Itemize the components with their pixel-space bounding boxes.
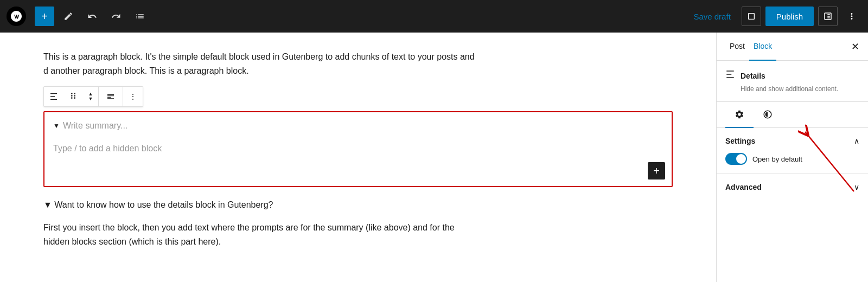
toolbar-move-icon[interactable]: ▲ ▼: [83, 87, 98, 106]
main-layout: This is a paragraph block. It's the simp…: [0, 33, 868, 282]
toolbar-drag-icon[interactable]: [63, 87, 83, 106]
toolbar-text-align-icon[interactable]: [99, 87, 123, 106]
sidebar-details-title: Details: [741, 72, 765, 80]
tab-post[interactable]: Post: [725, 33, 749, 61]
publish-button[interactable]: Publish: [765, 7, 814, 26]
settings-chevron-icon: ∧: [854, 137, 859, 145]
toolbar-group-align: ▲ ▼: [44, 87, 99, 106]
topbar: + Save draft Publish: [0, 0, 868, 33]
sidebar: Post Block ✕ Details Hide and show addit…: [716, 33, 868, 282]
wp-logo[interactable]: [7, 7, 26, 26]
sidebar-details-section: Details Hide and show additional content…: [717, 61, 868, 102]
advanced-header[interactable]: Advanced ∨: [725, 183, 859, 191]
open-by-default-toggle[interactable]: [725, 153, 747, 165]
list-view-button[interactable]: [130, 7, 150, 26]
sidebar-style-icon-tab[interactable]: [754, 102, 782, 128]
redo-button[interactable]: [106, 7, 126, 26]
details-collapsed-block: ▼ Want to know how to use the details bl…: [43, 200, 673, 210]
editor-area: This is a paragraph block. It's the simp…: [0, 33, 716, 282]
details-block[interactable]: ▼ Write summary... Type / to add a hidde…: [43, 111, 673, 187]
advanced-chevron-icon: ∨: [854, 183, 859, 191]
toolbar-align-icon[interactable]: [44, 87, 63, 106]
details-body-placeholder[interactable]: Type / to add a hidden block: [53, 144, 663, 153]
toolbar-group-text: [99, 87, 123, 106]
sidebar-details-desc: Hide and show additional content.: [741, 85, 859, 93]
sidebar-icons-row: [717, 102, 868, 128]
details-add-block-button[interactable]: +: [648, 162, 665, 180]
body-paragraph[interactable]: First you insert the block, then you add…: [43, 221, 673, 248]
open-by-default-label: Open by default: [752, 155, 802, 163]
undo-button[interactable]: [82, 7, 102, 26]
toolbar-group-more: ⋮: [123, 87, 143, 106]
settings-header[interactable]: Settings ∧: [725, 137, 859, 145]
details-collapsed-summary[interactable]: ▼ Want to know how to use the details bl…: [43, 200, 673, 210]
more-options-button[interactable]: [842, 7, 861, 26]
sidebar-tabs: Post Block ✕: [717, 33, 868, 61]
sidebar-settings-icon-tab[interactable]: [725, 102, 754, 128]
add-block-button[interactable]: +: [35, 7, 54, 26]
details-summary-placeholder: Write summary...: [63, 121, 127, 131]
block-toolbar: ▲ ▼ ⋮: [43, 86, 143, 107]
toolbar-more-icon[interactable]: ⋮: [123, 87, 143, 106]
paragraph-block-1[interactable]: This is a paragraph block. It's the simp…: [43, 50, 673, 78]
edit-icon-button[interactable]: [59, 7, 78, 26]
settings-section: Settings ∧ Open by default: [717, 128, 868, 174]
tab-block[interactable]: Block: [749, 33, 776, 61]
sidebar-close-button[interactable]: ✕: [851, 41, 859, 53]
settings-row: Open by default: [725, 153, 859, 165]
details-section-icon: [725, 69, 735, 82]
view-button[interactable]: [742, 7, 761, 26]
advanced-section: Advanced ∨: [717, 174, 868, 200]
save-draft-button[interactable]: Save draft: [687, 12, 737, 21]
details-summary[interactable]: ▼ Write summary...: [53, 121, 663, 131]
sidebar-section-header: Details: [725, 69, 859, 82]
sidebar-toggle-button[interactable]: [818, 7, 838, 26]
advanced-title: Advanced: [725, 183, 762, 191]
body-paragraph-text: First you insert the block, then you add…: [43, 223, 455, 246]
settings-title: Settings: [725, 137, 755, 145]
details-collapsed-text: ▼ Want to know how to use the details bl…: [43, 200, 273, 210]
triangle-icon: ▼: [53, 122, 60, 130]
